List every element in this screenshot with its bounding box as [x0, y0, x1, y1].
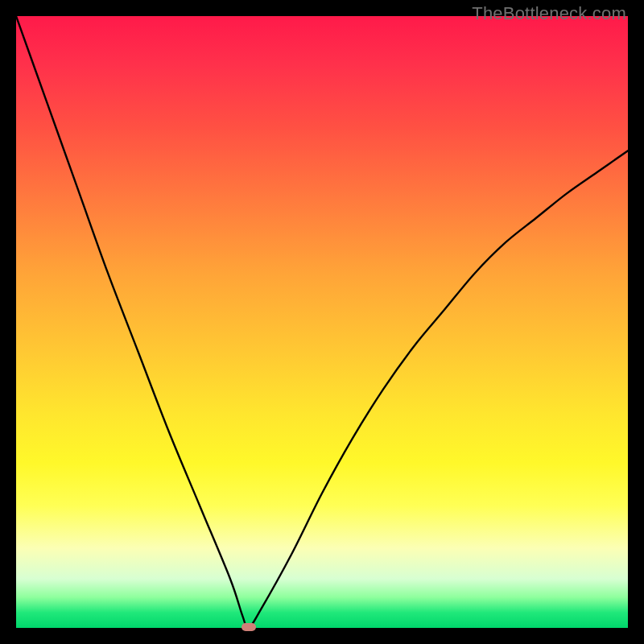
bottleneck-curve-path: [16, 16, 628, 628]
bottleneck-curve-svg: [16, 16, 628, 628]
optimal-point-marker: [242, 623, 256, 631]
